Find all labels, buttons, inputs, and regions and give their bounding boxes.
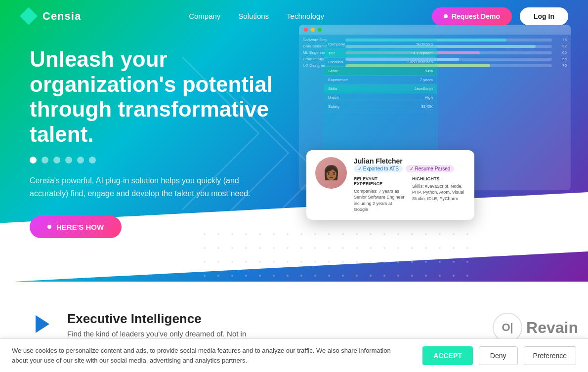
exec-intel-icon — [30, 311, 55, 337]
nav-link-technology[interactable]: Technology — [287, 12, 324, 20]
teal-row: SkillsJavaScript — [324, 84, 437, 93]
request-demo-label: Request Demo — [452, 12, 500, 20]
logo-icon — [20, 7, 38, 25]
hero-description: Censia's powerful, AI plug-in solution h… — [30, 174, 272, 200]
request-demo-button[interactable]: Request Demo — [432, 7, 512, 25]
cookie-buttons: ACCEPT Deny Preference — [422, 346, 576, 365]
hero-dot-3[interactable] — [53, 157, 60, 164]
hero-dots — [30, 157, 296, 164]
cta-label: HERE'S HOW — [56, 223, 104, 231]
relevant-exp-title: RELEVANT EXPERIENCE — [354, 176, 407, 186]
candidate-avatar: 👩🏾 — [315, 157, 347, 189]
teal-row: Score94% — [324, 67, 437, 76]
nav-link-company[interactable]: Company — [189, 12, 220, 20]
login-button[interactable]: Log In — [520, 7, 568, 25]
deny-button[interactable]: Deny — [479, 346, 518, 365]
hero-content: Unleash your organization's potential th… — [30, 47, 296, 238]
row-value: 65 — [555, 50, 567, 55]
avatar-emoji: 👩🏾 — [323, 165, 340, 181]
hero-dot-2[interactable] — [42, 157, 48, 164]
nav-logo: Censia — [20, 7, 81, 25]
highlights: HIGHLIGHTS Skills: #JavaScript, Node, PH… — [412, 176, 465, 213]
cta-dot — [47, 225, 51, 229]
revain-area: O| Revain — [493, 313, 578, 342]
hero-mockup: Software Eng. 78 Data Scientist 92 ML En… — [296, 22, 573, 235]
candidate-info: Julian Fletcher ✓ Exported to ATS ✓ Resu… — [354, 157, 465, 213]
preference-button[interactable]: Preference — [524, 346, 576, 365]
demo-dot — [444, 14, 448, 18]
nav-links: Company Solutions Technology — [189, 12, 324, 20]
revain-circle-text: O| — [502, 321, 513, 334]
parsed-badge: ✓ Resume Parsed — [406, 165, 454, 172]
teal-row: Experience7 years — [324, 76, 437, 84]
exec-intel-text: Executive Intelligence Find the kind of … — [67, 311, 246, 338]
exec-intel-description: Find the kind of leaders you've only dre… — [67, 330, 246, 338]
logo-text: Censia — [42, 10, 81, 23]
revain-circle: O| — [493, 313, 522, 342]
heres-how-button[interactable]: HERE'S HOW — [30, 216, 122, 238]
hero-dot-4[interactable] — [65, 157, 72, 164]
hero-dot-6[interactable] — [89, 157, 96, 164]
highlights-title: HIGHLIGHTS — [412, 176, 465, 181]
teal-row: Salary$145K — [324, 102, 437, 111]
teal-row: TitleSr. Engineer — [324, 49, 437, 58]
nav-actions: Request Demo Log In — [432, 7, 568, 25]
nav-link-solutions[interactable]: Solutions — [238, 12, 269, 20]
relevant-experience: RELEVANT EXPERIENCE Companies: 7 years a… — [354, 176, 407, 213]
exec-intel-title: Executive Intelligence — [67, 311, 246, 327]
row-value: 78 — [555, 38, 567, 42]
navbar: Censia Company Solutions Technology Requ… — [0, 0, 588, 32]
cookie-banner: We use cookies to personalize content an… — [0, 338, 588, 372]
teal-row: CompanyTechCorp — [324, 40, 437, 49]
candidate-name: Julian Fletcher — [354, 157, 465, 165]
hero-title: Unleash your organization's potential th… — [30, 47, 296, 147]
chevron-icon — [36, 315, 49, 333]
teal-row: LocationSan Francisco — [324, 58, 437, 67]
row-value: 92 — [555, 44, 567, 48]
candidate-badges: ✓ Exported to ATS ✓ Resume Parsed — [354, 165, 465, 172]
hero-dot-1[interactable] — [30, 157, 37, 164]
relevant-exp-text: Companies: 7 years as Senior Software En… — [354, 188, 407, 213]
hero-dot-5[interactable] — [77, 157, 84, 164]
login-label: Log In — [534, 12, 554, 20]
candidate-card: 👩🏾 Julian Fletcher ✓ Exported to ATS ✓ R… — [306, 150, 474, 220]
exported-badge: ✓ Exported to ATS — [354, 165, 403, 172]
row-value: 70 — [555, 63, 567, 68]
hero-section: Unleash your organization's potential th… — [0, 0, 588, 282]
accept-button[interactable]: ACCEPT — [422, 346, 473, 365]
candidate-sections: RELEVANT EXPERIENCE Companies: 7 years a… — [354, 176, 465, 213]
teal-row: MatchHigh — [324, 93, 437, 102]
highlights-text: Skills: #JavaScript, Node, PHP, Python, … — [412, 183, 465, 202]
row-value: 55 — [555, 57, 567, 61]
cookie-text: We use cookies to personalize content an… — [12, 346, 397, 365]
revain-brand-text: Revain — [526, 319, 578, 337]
